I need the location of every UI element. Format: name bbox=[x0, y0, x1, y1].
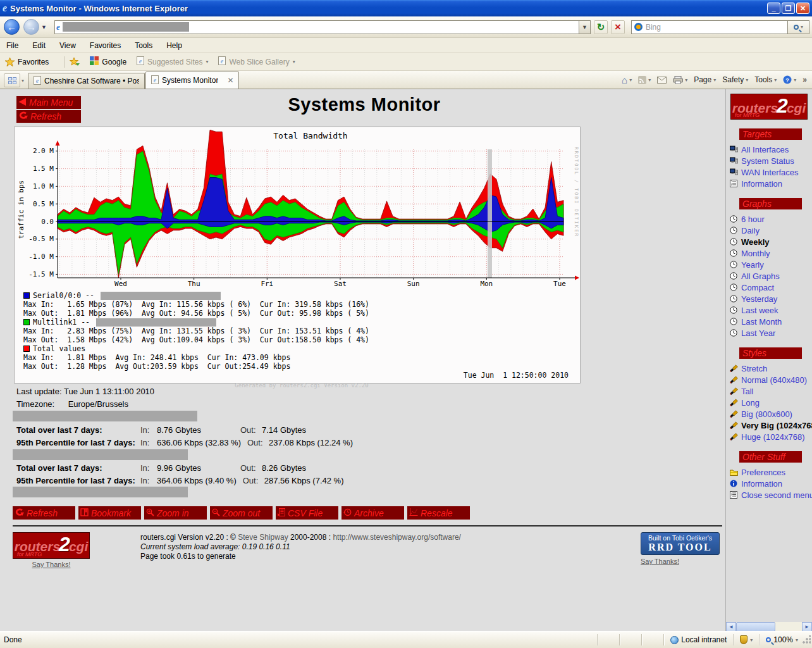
svg-text:Mon: Mon bbox=[480, 280, 493, 288]
sidebar-logo[interactable]: routers2cgi for MRTG bbox=[730, 94, 808, 120]
csv-file-button[interactable]: CSV File bbox=[276, 506, 338, 520]
tab-cheshire-cat-software-pos[interactable]: eCheshire Cat Software • Pos... bbox=[28, 73, 145, 89]
tools-menu-button[interactable]: Tools▾ bbox=[754, 75, 777, 84]
menu-edit[interactable]: Edit bbox=[32, 41, 46, 50]
overflow-chevron-icon[interactable]: » bbox=[803, 75, 807, 84]
scroll-left-icon[interactable]: ◄ bbox=[726, 622, 736, 632]
close-button[interactable]: ✕ bbox=[796, 3, 809, 14]
back-button[interactable]: ← bbox=[4, 19, 20, 35]
bandwidth-graph[interactable]: Total Bandwidthtraffic in bpsRRDTOOL / T… bbox=[14, 127, 581, 383]
stop-button[interactable]: × bbox=[611, 20, 625, 34]
sidebar-item-system-status[interactable]: System Status bbox=[726, 155, 812, 166]
rrd-say-thanks-link[interactable]: Say Thanks! bbox=[641, 558, 679, 565]
sidebar-horizontal-scrollbar[interactable]: ◄ ► bbox=[726, 622, 812, 632]
menu-help[interactable]: Help bbox=[166, 41, 182, 50]
menu-bar: FileEditViewFavoritesToolsHelp bbox=[0, 38, 812, 53]
page-menu-button[interactable]: Page▾ bbox=[694, 75, 716, 84]
minimize-button[interactable]: _ bbox=[767, 3, 780, 14]
home-button[interactable]: ⌂▾ bbox=[622, 75, 632, 85]
resize-grip[interactable] bbox=[802, 635, 811, 644]
favorites-label: Favorites bbox=[18, 58, 49, 66]
sidebar-item-stretch[interactable]: Stretch bbox=[726, 363, 812, 374]
sidebar-item-information[interactable]: Information bbox=[726, 178, 812, 189]
favorites-button[interactable]: Favorites bbox=[5, 58, 49, 66]
sidebar-item-tall[interactable]: Tall bbox=[726, 385, 812, 397]
menu-tools[interactable]: Tools bbox=[135, 41, 152, 50]
history-dropdown-icon[interactable]: ▼ bbox=[41, 24, 47, 30]
restore-button[interactable]: ❐ bbox=[782, 3, 795, 14]
favorites-bar-item-web-slice-gallery[interactable]: eWeb Slice Gallery▾ bbox=[218, 56, 295, 67]
zoom-control[interactable]: 100% ▾ bbox=[762, 635, 802, 644]
say-thanks-link[interactable]: Say Thanks! bbox=[32, 561, 71, 568]
stats-label: Total over last 7 days: bbox=[16, 463, 140, 473]
read-mail-button[interactable] bbox=[657, 77, 667, 84]
rescale-button[interactable]: Rescale bbox=[407, 506, 470, 520]
help-button[interactable]: ?▾ bbox=[783, 75, 796, 84]
address-bar[interactable]: e bbox=[54, 20, 579, 34]
refresh-button[interactable]: Refresh bbox=[13, 506, 75, 520]
status-bar: Done Local intranet ▾ 100% ▾ bbox=[0, 631, 812, 648]
scrollbar-thumb[interactable] bbox=[736, 622, 775, 632]
author-link[interactable]: Steve Shipway bbox=[238, 533, 288, 542]
shield-icon bbox=[740, 635, 747, 644]
software-link[interactable]: http://www.steveshipway.org/software/ bbox=[333, 533, 461, 542]
favorites-bar-item-google[interactable]: Google bbox=[90, 56, 126, 67]
scrollbar-track[interactable] bbox=[775, 622, 802, 632]
button-label: Refresh bbox=[27, 508, 58, 518]
menu-view[interactable]: View bbox=[59, 41, 76, 50]
sidebar-item-close-second-menu[interactable]: Close second menu bbox=[726, 489, 812, 501]
print-button[interactable]: ▾ bbox=[673, 76, 687, 84]
address-dropdown-button[interactable]: ▼ bbox=[579, 20, 591, 34]
refresh-page-button[interactable]: ↻ bbox=[594, 20, 608, 34]
protected-mode-button[interactable]: ▾ bbox=[736, 635, 756, 644]
feeds-button[interactable]: ▾ bbox=[638, 76, 651, 84]
sidebar-item-normal-640x480[interactable]: Normal (640x480) bbox=[726, 374, 812, 385]
svg-text:?: ? bbox=[786, 77, 790, 84]
menu-favorites[interactable]: Favorites bbox=[90, 41, 121, 50]
menu-file[interactable]: File bbox=[6, 41, 18, 50]
sidebar-item-very-big-1024x768[interactable]: Very Big (1024x768) bbox=[726, 420, 812, 431]
sidebar-item-daily[interactable]: Daily bbox=[726, 225, 812, 236]
sidebar-item-label: Compact bbox=[741, 283, 774, 292]
sidebar-item-compact[interactable]: Compact bbox=[726, 282, 812, 293]
sidebar-frame: routers2cgi for MRTG TargetsAll Interfac… bbox=[725, 89, 812, 631]
sidebar-item-preferences[interactable]: Preferences bbox=[726, 466, 812, 478]
tab-systems-monitor[interactable]: eSystems Monitor✕ bbox=[145, 72, 239, 89]
scroll-right-icon[interactable]: ► bbox=[802, 622, 812, 632]
sidebar-item-information[interactable]: Information bbox=[726, 478, 812, 489]
sidebar-item-long[interactable]: Long bbox=[726, 397, 812, 408]
sidebar-item-6-hour[interactable]: 6 hour bbox=[726, 213, 812, 225]
tab-list-dropdown-icon[interactable]: ▾ bbox=[22, 78, 24, 84]
add-favorite-icon bbox=[70, 58, 80, 66]
sidebar-item-all-interfaces[interactable]: All Interfaces bbox=[726, 144, 812, 155]
safety-menu-button[interactable]: Safety▾ bbox=[722, 75, 748, 84]
search-input[interactable]: Bing bbox=[631, 20, 788, 34]
sidebar-item-huge-1024x768[interactable]: Huge (1024x768) bbox=[726, 431, 812, 442]
sidebar-item-monthly[interactable]: Monthly bbox=[726, 247, 812, 259]
sidebar-item-big-800x600[interactable]: Big (800x600) bbox=[726, 408, 812, 420]
tab-close-icon[interactable]: ✕ bbox=[227, 76, 233, 85]
search-button[interactable]: ▾ bbox=[788, 20, 809, 34]
sidebar-item-last-month[interactable]: Last Month bbox=[726, 316, 812, 327]
sidebar-item-yesterday[interactable]: Yesterday bbox=[726, 293, 812, 304]
forward-button[interactable]: → bbox=[23, 19, 39, 35]
sidebar-item-last-year[interactable]: Last Year bbox=[726, 327, 812, 339]
zoom-in-button[interactable]: Zoom in bbox=[144, 506, 207, 520]
sidebar-item-yearly[interactable]: Yearly bbox=[726, 259, 812, 270]
main-menu-button[interactable]: Main Menu bbox=[16, 96, 81, 109]
sidebar-item-all-graphs[interactable]: All Graphs bbox=[726, 270, 812, 282]
sidebar-item-wan-interfaces[interactable]: WAN Interfaces bbox=[726, 166, 812, 178]
add-favorite-button[interactable] bbox=[70, 58, 80, 66]
zoom-out-button[interactable]: Zoom out bbox=[210, 506, 273, 520]
sidebar-item-label: Yesterday bbox=[741, 294, 777, 304]
favorites-bar-item-suggested-sites[interactable]: eSuggested Sites▾ bbox=[137, 56, 208, 67]
favorites-bar: Favorites GoogleeSuggested Sites▾eWeb Sl… bbox=[0, 53, 812, 71]
svg-text:Wed: Wed bbox=[114, 280, 127, 288]
sidebar-item-weekly[interactable]: Weekly bbox=[726, 236, 812, 247]
book-icon bbox=[80, 508, 89, 518]
quick-tabs-button[interactable] bbox=[4, 73, 20, 87]
bookmark-button[interactable]: Bookmark bbox=[78, 506, 141, 520]
sidebar-item-last-week[interactable]: Last week bbox=[726, 304, 812, 316]
refresh-button[interactable]: Refresh bbox=[16, 110, 81, 123]
archive-button[interactable]: Archive bbox=[341, 506, 404, 520]
